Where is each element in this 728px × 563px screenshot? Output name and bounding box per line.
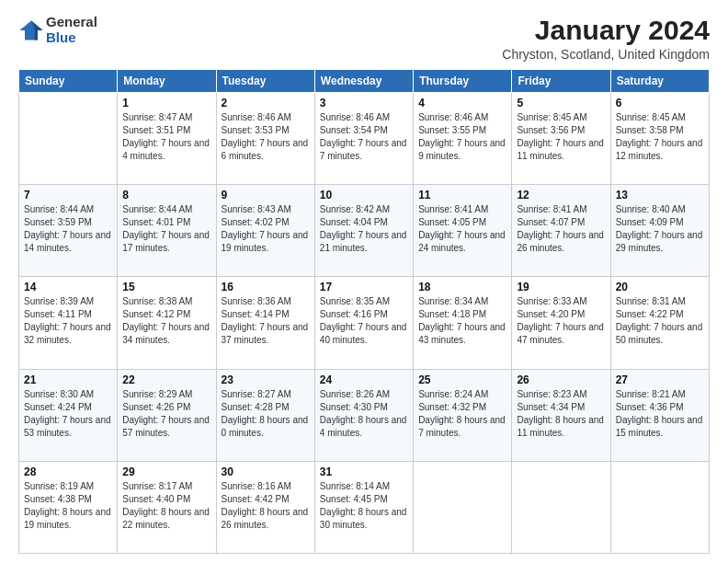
table-row <box>610 461 709 553</box>
sunset-text: Sunset: 3:58 PM <box>616 125 684 135</box>
daylight-text: Daylight: 7 hours and 7 minutes. <box>320 138 407 161</box>
day-info: Sunrise: 8:19 AM Sunset: 4:38 PM Dayligh… <box>24 480 112 532</box>
table-row: 26 Sunrise: 8:23 AM Sunset: 4:34 PM Dayl… <box>512 369 610 461</box>
day-info: Sunrise: 8:44 AM Sunset: 4:01 PM Dayligh… <box>122 203 210 255</box>
sunrise-text: Sunrise: 8:44 AM <box>24 204 94 214</box>
sunrise-text: Sunrise: 8:23 AM <box>517 389 586 399</box>
sunset-text: Sunset: 4:26 PM <box>122 402 190 412</box>
table-row: 18 Sunrise: 8:34 AM Sunset: 4:18 PM Dayl… <box>414 277 512 369</box>
day-info: Sunrise: 8:45 AM Sunset: 3:56 PM Dayligh… <box>517 111 605 163</box>
daylight-text: Daylight: 7 hours and 53 minutes. <box>24 415 111 438</box>
sunrise-text: Sunrise: 8:41 AM <box>418 204 488 214</box>
day-number: 26 <box>517 373 605 386</box>
daylight-text: Daylight: 7 hours and 24 minutes. <box>418 230 506 253</box>
sunset-text: Sunset: 4:20 PM <box>517 309 585 319</box>
day-number: 3 <box>320 97 408 109</box>
day-info: Sunrise: 8:29 AM Sunset: 4:26 PM Dayligh… <box>122 388 210 440</box>
day-info: Sunrise: 8:38 AM Sunset: 4:12 PM Dayligh… <box>122 295 210 347</box>
sunset-text: Sunset: 4:18 PM <box>418 309 486 319</box>
col-tuesday: Tuesday <box>216 70 314 93</box>
day-number: 8 <box>122 189 210 201</box>
daylight-text: Daylight: 8 hours and 0 minutes. <box>222 415 309 438</box>
logo-blue-text: Blue <box>46 30 97 46</box>
sunrise-text: Sunrise: 8:44 AM <box>122 204 192 214</box>
day-info: Sunrise: 8:27 AM Sunset: 4:28 PM Dayligh… <box>222 388 310 440</box>
daylight-text: Daylight: 8 hours and 15 minutes. <box>616 415 703 438</box>
table-row: 27 Sunrise: 8:21 AM Sunset: 4:36 PM Dayl… <box>610 369 709 461</box>
sunset-text: Sunset: 4:22 PM <box>616 309 684 319</box>
daylight-text: Daylight: 7 hours and 29 minutes. <box>616 230 703 253</box>
day-info: Sunrise: 8:36 AM Sunset: 4:14 PM Dayligh… <box>222 295 310 347</box>
month-title: January 2024 <box>502 15 710 45</box>
sunset-text: Sunset: 4:09 PM <box>616 217 684 227</box>
day-number: 12 <box>517 189 605 201</box>
sunset-text: Sunset: 4:34 PM <box>517 402 585 412</box>
daylight-text: Daylight: 7 hours and 47 minutes. <box>517 322 604 345</box>
daylight-text: Daylight: 7 hours and 14 minutes. <box>24 230 111 253</box>
sunrise-text: Sunrise: 8:46 AM <box>222 112 291 122</box>
day-number: 6 <box>616 97 704 109</box>
sunset-text: Sunset: 4:28 PM <box>222 402 290 412</box>
day-info: Sunrise: 8:46 AM Sunset: 3:55 PM Dayligh… <box>418 111 506 163</box>
col-wednesday: Wednesday <box>314 70 413 93</box>
day-number: 24 <box>320 373 408 386</box>
calendar-week-row: 28 Sunrise: 8:19 AM Sunset: 4:38 PM Dayl… <box>19 461 710 553</box>
day-number: 20 <box>616 281 704 293</box>
table-row: 19 Sunrise: 8:33 AM Sunset: 4:20 PM Dayl… <box>512 277 610 369</box>
day-number: 25 <box>418 373 506 386</box>
day-number: 21 <box>24 373 112 386</box>
sunset-text: Sunset: 3:51 PM <box>122 125 190 135</box>
page: General Blue January 2024 Chryston, Scot… <box>0 0 728 563</box>
sunrise-text: Sunrise: 8:27 AM <box>222 389 291 399</box>
sunset-text: Sunset: 4:01 PM <box>122 217 190 227</box>
day-info: Sunrise: 8:17 AM Sunset: 4:40 PM Dayligh… <box>122 480 210 532</box>
sunset-text: Sunset: 4:11 PM <box>24 309 92 319</box>
daylight-text: Daylight: 7 hours and 9 minutes. <box>418 138 506 161</box>
table-row: 23 Sunrise: 8:27 AM Sunset: 4:28 PM Dayl… <box>216 369 314 461</box>
day-info: Sunrise: 8:21 AM Sunset: 4:36 PM Dayligh… <box>616 388 704 440</box>
day-number: 9 <box>222 189 310 201</box>
calendar-week-row: 14 Sunrise: 8:39 AM Sunset: 4:11 PM Dayl… <box>19 277 710 369</box>
sunrise-text: Sunrise: 8:36 AM <box>222 296 291 306</box>
table-row: 3 Sunrise: 8:46 AM Sunset: 3:54 PM Dayli… <box>314 93 413 185</box>
day-number: 4 <box>418 97 506 109</box>
sunrise-text: Sunrise: 8:43 AM <box>222 204 291 214</box>
sunrise-text: Sunrise: 8:33 AM <box>517 296 586 306</box>
calendar-week-row: 21 Sunrise: 8:30 AM Sunset: 4:24 PM Dayl… <box>19 369 710 461</box>
sunrise-text: Sunrise: 8:14 AM <box>320 481 390 491</box>
day-info: Sunrise: 8:39 AM Sunset: 4:11 PM Dayligh… <box>24 295 112 347</box>
sunrise-text: Sunrise: 8:24 AM <box>418 389 488 399</box>
sunset-text: Sunset: 3:55 PM <box>418 125 486 135</box>
sunset-text: Sunset: 4:24 PM <box>24 402 92 412</box>
table-row: 17 Sunrise: 8:35 AM Sunset: 4:16 PM Dayl… <box>314 277 413 369</box>
day-number: 19 <box>517 281 605 293</box>
daylight-text: Daylight: 7 hours and 21 minutes. <box>320 230 407 253</box>
calendar-header-row: Sunday Monday Tuesday Wednesday Thursday… <box>19 70 710 93</box>
sunrise-text: Sunrise: 8:19 AM <box>24 481 94 491</box>
day-info: Sunrise: 8:41 AM Sunset: 4:05 PM Dayligh… <box>418 203 506 255</box>
day-number: 29 <box>122 465 210 478</box>
day-info: Sunrise: 8:33 AM Sunset: 4:20 PM Dayligh… <box>517 295 605 347</box>
logo-text: General Blue <box>46 15 97 45</box>
day-number: 23 <box>222 373 310 386</box>
sunrise-text: Sunrise: 8:41 AM <box>517 204 586 214</box>
col-monday: Monday <box>118 70 216 93</box>
day-number: 2 <box>222 97 310 109</box>
sunrise-text: Sunrise: 8:16 AM <box>222 481 291 491</box>
day-number: 28 <box>24 465 112 478</box>
title-block: January 2024 Chryston, Scotland, United … <box>502 15 710 62</box>
sunset-text: Sunset: 4:12 PM <box>122 309 190 319</box>
daylight-text: Daylight: 7 hours and 4 minutes. <box>122 138 210 161</box>
day-info: Sunrise: 8:14 AM Sunset: 4:45 PM Dayligh… <box>320 480 408 532</box>
day-number: 22 <box>122 373 210 386</box>
daylight-text: Daylight: 8 hours and 30 minutes. <box>320 507 407 530</box>
table-row: 20 Sunrise: 8:31 AM Sunset: 4:22 PM Dayl… <box>610 277 709 369</box>
sunset-text: Sunset: 3:53 PM <box>222 125 290 135</box>
table-row: 28 Sunrise: 8:19 AM Sunset: 4:38 PM Dayl… <box>19 461 118 553</box>
day-info: Sunrise: 8:47 AM Sunset: 3:51 PM Dayligh… <box>122 111 210 163</box>
calendar-week-row: 1 Sunrise: 8:47 AM Sunset: 3:51 PM Dayli… <box>19 93 710 185</box>
sunrise-text: Sunrise: 8:31 AM <box>616 296 686 306</box>
daylight-text: Daylight: 7 hours and 37 minutes. <box>222 322 309 345</box>
daylight-text: Daylight: 7 hours and 6 minutes. <box>222 138 309 161</box>
table-row <box>19 93 118 185</box>
